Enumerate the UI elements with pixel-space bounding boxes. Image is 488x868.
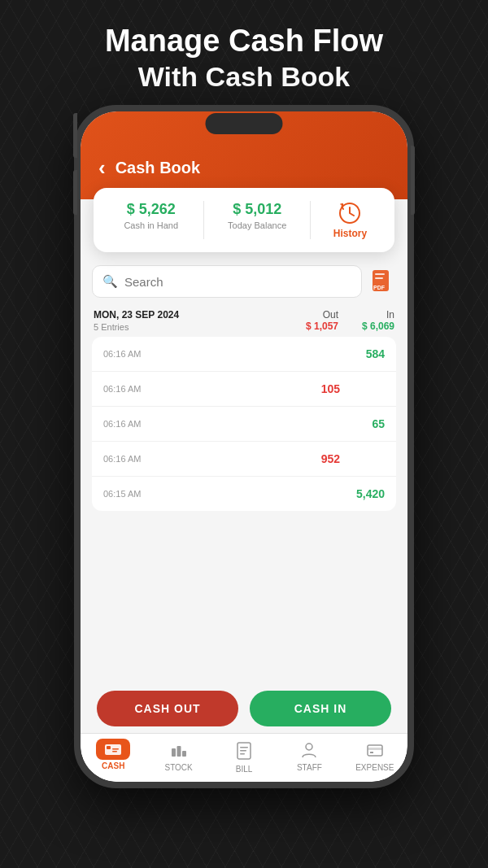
tx-time: 06:15 AM xyxy=(103,489,159,499)
svg-rect-6 xyxy=(107,746,111,749)
cash-icon xyxy=(104,742,122,757)
tx-amount-out: 105 xyxy=(295,382,340,395)
content-area: 🔍 PDF MON, 23 SEP xyxy=(81,252,407,681)
search-input[interactable] xyxy=(124,275,351,289)
out-header: Out xyxy=(294,309,338,321)
table-row[interactable]: 06:15 AM 5,420 xyxy=(92,477,396,511)
staff-icon xyxy=(300,742,318,758)
history-icon xyxy=(338,201,362,225)
stock-nav-icon xyxy=(162,739,196,761)
svg-rect-10 xyxy=(176,746,181,757)
svg-rect-19 xyxy=(370,752,373,753)
tx-time: 06:16 AM xyxy=(103,454,159,464)
nav-item-stock[interactable]: STOCK xyxy=(146,739,211,774)
bill-nav-icon xyxy=(228,739,260,763)
today-balance-label: Today Balance xyxy=(211,220,303,230)
staff-nav-icon xyxy=(292,739,326,761)
svg-rect-15 xyxy=(240,753,245,755)
date-group-header: MON, 23 SEP 2024 5 Entries Out $ 1,057 I… xyxy=(92,309,396,332)
svg-rect-11 xyxy=(182,751,186,757)
nav-label-cash: CASH xyxy=(102,761,124,770)
in-total-col: In $ 6,069 xyxy=(350,309,394,332)
today-balance-section: $ 5,012 Today Balance xyxy=(204,201,310,239)
search-bar: 🔍 PDF xyxy=(92,265,396,298)
cash-in-button[interactable]: CASH IN xyxy=(250,691,391,726)
search-icon: 🔍 xyxy=(102,274,118,289)
pdf-icon: PDF xyxy=(372,269,393,294)
app-header-title: Cash Book xyxy=(115,159,200,177)
nav-item-staff[interactable]: STAFF xyxy=(277,739,342,774)
nav-label-staff: STAFF xyxy=(297,763,322,772)
table-row[interactable]: 06:16 AM 65 xyxy=(92,407,396,442)
tx-amount-in: 5,420 xyxy=(340,487,385,500)
svg-point-16 xyxy=(306,744,312,750)
tx-amount-in: 65 xyxy=(340,417,385,430)
out-total-col: Out $ 1,057 xyxy=(294,309,338,332)
date-info: MON, 23 SEP 2024 5 Entries xyxy=(94,309,179,332)
back-button[interactable]: ‹ xyxy=(98,155,106,181)
headline-line2: With Cash Book xyxy=(24,60,464,94)
tx-amount-in: 584 xyxy=(340,347,385,360)
svg-rect-17 xyxy=(368,745,382,756)
history-label: History xyxy=(333,228,367,239)
pdf-button[interactable]: PDF xyxy=(368,268,396,295)
entries-text: 5 Entries xyxy=(94,322,179,332)
phone-screen: ‹ Cash Book $ 5,262 Cash in Hand $ 5,012… xyxy=(81,111,407,782)
svg-rect-13 xyxy=(240,747,248,748)
cash-in-hand-section: $ 5,262 Cash in Hand xyxy=(98,201,204,239)
transactions-list: 06:16 AM 584 06:16 AM 105 06:16 xyxy=(92,337,396,511)
in-header: In xyxy=(350,309,394,321)
cash-in-hand-amount: $ 5,262 xyxy=(105,201,197,218)
cash-nav-icon-bg xyxy=(96,739,130,760)
svg-rect-7 xyxy=(112,748,119,750)
svg-rect-9 xyxy=(172,748,176,757)
tx-time: 06:16 AM xyxy=(103,349,159,359)
page-headline: Manage Cash Flow With Cash Book xyxy=(0,0,488,105)
in-total: $ 6,069 xyxy=(350,321,394,332)
cash-out-button[interactable]: CASH OUT xyxy=(97,691,238,726)
nav-label-expense: EXPENSE xyxy=(355,763,394,772)
phone-frame: ‹ Cash Book $ 5,262 Cash in Hand $ 5,012… xyxy=(74,105,414,788)
table-row[interactable]: 06:16 AM 105 xyxy=(92,372,396,407)
date-totals: Out $ 1,057 In $ 6,069 xyxy=(294,309,394,332)
svg-rect-14 xyxy=(240,750,246,752)
headline-line1: Manage Cash Flow xyxy=(24,23,464,60)
svg-rect-3 xyxy=(375,277,383,279)
today-balance-amount: $ 5,012 xyxy=(211,201,303,218)
history-section[interactable]: History xyxy=(311,201,390,239)
out-total: $ 1,057 xyxy=(294,321,338,332)
svg-rect-8 xyxy=(112,751,117,752)
bill-icon xyxy=(236,742,252,760)
tx-amount-out: 952 xyxy=(295,452,340,465)
date-text: MON, 23 SEP 2024 xyxy=(94,309,179,321)
svg-text:PDF: PDF xyxy=(373,285,386,290)
nav-label-stock: STOCK xyxy=(164,763,192,772)
stock-icon xyxy=(170,742,188,758)
table-row[interactable]: 06:16 AM 584 xyxy=(92,337,396,372)
summary-card: $ 5,262 Cash in Hand $ 5,012 Today Balan… xyxy=(94,188,394,252)
bottom-buttons: CASH OUT CASH IN xyxy=(81,681,407,733)
phone-notch xyxy=(206,113,283,134)
svg-rect-18 xyxy=(368,748,382,750)
tx-time: 06:16 AM xyxy=(103,419,159,429)
search-input-wrap[interactable]: 🔍 xyxy=(92,265,362,298)
nav-item-expense[interactable]: EXPENSE xyxy=(342,739,407,774)
svg-rect-2 xyxy=(375,273,385,275)
expense-icon xyxy=(366,742,384,758)
cash-in-hand-label: Cash in Hand xyxy=(105,220,197,230)
nav-item-cash[interactable]: CASH xyxy=(81,739,146,774)
nav-label-bill: BILL xyxy=(236,765,253,774)
table-row[interactable]: 06:16 AM 952 xyxy=(92,442,396,477)
expense-nav-icon xyxy=(358,739,392,761)
tx-time: 06:16 AM xyxy=(103,384,159,394)
bottom-nav: CASH STOCK xyxy=(81,733,407,782)
nav-item-bill[interactable]: BILL xyxy=(211,739,277,774)
